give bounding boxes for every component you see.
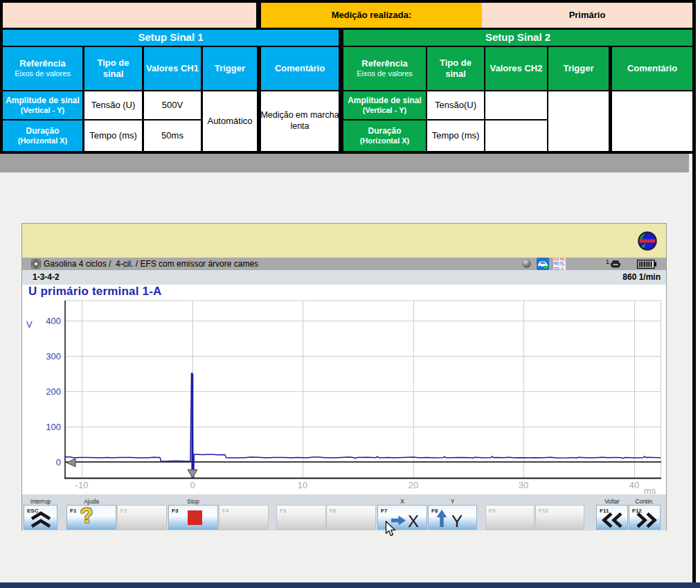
svg-text:400: 400	[46, 316, 61, 326]
svg-text:100: 100	[46, 422, 61, 432]
svg-text:10: 10	[298, 480, 307, 490]
svg-text:X: X	[408, 512, 419, 530]
svg-text:0: 0	[190, 480, 195, 490]
svg-text:30: 30	[519, 480, 528, 490]
svg-text:200: 200	[46, 386, 61, 397]
svg-text:U primário terminal 1-A: U primário terminal 1-A	[28, 285, 162, 298]
svg-text:0: 0	[56, 457, 61, 467]
svg-text:300: 300	[46, 351, 61, 362]
svg-text:-10: -10	[75, 480, 89, 490]
svg-text:V: V	[26, 319, 33, 330]
svg-text:Y: Y	[451, 512, 463, 530]
svg-text:40: 40	[629, 480, 639, 490]
svg-text:20: 20	[409, 480, 418, 490]
svg-text:ms: ms	[644, 485, 656, 494]
